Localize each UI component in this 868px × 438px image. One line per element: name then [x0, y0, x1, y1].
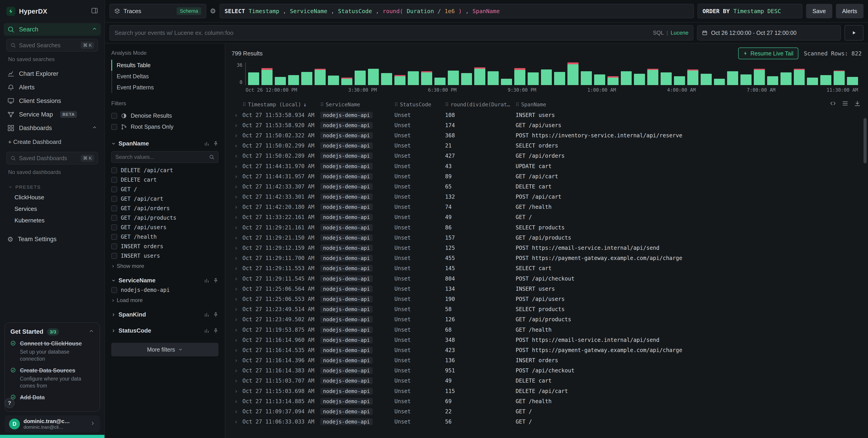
table-row[interactable]: › Oct 27 11:53:58.934 AM nodejs-demo-api… — [231, 110, 862, 120]
checkbox[interactable] — [111, 287, 117, 293]
checkbox[interactable] — [111, 177, 117, 183]
row-expand-icon[interactable]: › — [231, 367, 243, 374]
histogram-bar[interactable] — [621, 62, 632, 85]
preset-dashboard-item[interactable]: Services — [0, 203, 104, 215]
checkbox[interactable] — [111, 186, 117, 192]
create-dashboard-button[interactable]: + Create Dashboard — [0, 135, 104, 149]
histogram-bar[interactable] — [647, 62, 658, 85]
histogram-bar[interactable] — [780, 62, 792, 85]
row-expand-icon[interactable]: › — [231, 265, 243, 272]
event-search-field[interactable] — [115, 29, 649, 36]
table-row[interactable]: › Oct 27 11:06:33.033 AM nodejs-demo-api… — [231, 417, 862, 427]
analysis-mode-option[interactable]: Results Table — [111, 60, 218, 71]
histogram-bar[interactable] — [395, 62, 405, 85]
row-expand-icon[interactable]: › — [231, 347, 243, 354]
user-menu[interactable]: D dominic.tran@c… dominic.tran@cli… — [4, 415, 100, 433]
table-row[interactable]: › Oct 27 11:42:20.180 AM nodejs-demo-api… — [231, 202, 862, 212]
row-expand-icon[interactable]: › — [231, 194, 243, 200]
histogram-bar[interactable] — [661, 62, 672, 85]
mini-chart-icon[interactable] — [204, 278, 210, 283]
histogram-bar[interactable] — [687, 62, 699, 85]
row-expand-icon[interactable]: › — [231, 255, 243, 262]
chevron-up-icon[interactable] — [89, 328, 94, 335]
table-row[interactable]: › Oct 27 11:23:49.514 AM nodejs-demo-api… — [231, 304, 862, 315]
row-expand-icon[interactable]: › — [231, 142, 243, 149]
filter-group-header[interactable]: SpanKind — [111, 310, 218, 319]
checkbox[interactable] — [111, 253, 117, 259]
filter-option[interactable]: GET /api/products — [111, 213, 218, 223]
chevron-up-icon[interactable] — [92, 125, 97, 132]
saved-dashboards-input[interactable]: ⌘ K — [6, 152, 98, 165]
histogram-bar[interactable] — [740, 62, 751, 85]
histogram-bar[interactable] — [554, 62, 565, 85]
column-header-statuscode[interactable]: ⠿ StatusCode — [395, 101, 445, 108]
table-row[interactable]: › Oct 27 11:29:11.700 AM nodejs-demo-api… — [231, 253, 862, 263]
row-expand-icon[interactable]: › — [231, 163, 243, 170]
table-row[interactable]: › Oct 27 11:50:02.299 AM nodejs-demo-api… — [231, 141, 862, 151]
schema-badge[interactable]: Schema — [177, 7, 201, 15]
filter-option[interactable]: GET /api/cart — [111, 194, 218, 204]
preset-dashboard-item[interactable]: ClickHouse — [0, 192, 104, 203]
help-button[interactable]: ? — [4, 398, 14, 408]
denoise-results-toggle[interactable]: Denoise Results — [111, 110, 218, 121]
table-row[interactable]: › Oct 27 11:29:21.161 AM nodejs-demo-api… — [231, 223, 862, 233]
checkbox[interactable] — [111, 124, 117, 130]
histogram-bar[interactable] — [341, 62, 352, 85]
saved-dashboards-field[interactable] — [19, 155, 78, 162]
row-expand-icon[interactable]: › — [231, 357, 243, 364]
checkbox[interactable] — [111, 234, 117, 240]
sidebar-item-dashboards[interactable]: Dashboards — [4, 122, 101, 135]
histogram-bar[interactable] — [701, 62, 712, 85]
filter-value-search[interactable] — [111, 151, 218, 163]
table-row[interactable]: › Oct 27 11:25:06.564 AM nodejs-demo-api… — [231, 284, 862, 294]
load-more-link[interactable]: › Load more — [111, 295, 218, 303]
get-started-step[interactable]: Connect to ClickHouse Set up your databa… — [10, 340, 94, 362]
filter-option[interactable]: GET / — [111, 185, 218, 194]
row-expand-icon[interactable]: › — [231, 183, 243, 190]
filter-option[interactable]: INSERT users — [111, 251, 218, 261]
filter-option[interactable]: INSERT orders — [111, 242, 218, 251]
run-query-button[interactable] — [844, 25, 864, 40]
download-icon[interactable] — [854, 100, 861, 107]
histogram-bar[interactable] — [567, 62, 579, 85]
table-row[interactable]: › Oct 27 11:42:33.307 AM nodejs-demo-api… — [231, 181, 862, 192]
histogram-bar[interactable] — [368, 62, 379, 85]
select-clause-input[interactable]: SELECT Timestamp,ServiceName,StatusCode,… — [220, 4, 694, 18]
column-header-duration[interactable]: ⠿ round(divide(Durat… — [445, 101, 516, 108]
sidebar-item-search[interactable]: Search — [4, 23, 101, 36]
histogram-bar[interactable] — [594, 62, 605, 85]
checkbox[interactable] — [111, 196, 117, 202]
chevron-up-icon[interactable] — [92, 26, 97, 33]
row-expand-icon[interactable]: › — [231, 112, 243, 119]
filter-option[interactable]: nodejs-demo-api — [111, 285, 218, 295]
source-settings-gear-icon[interactable]: ⚙ — [210, 8, 216, 14]
filter-group-header[interactable]: SpanName — [111, 139, 218, 148]
row-expand-icon[interactable]: › — [231, 275, 243, 282]
table-row[interactable]: › Oct 27 11:44:31.970 AM nodejs-demo-api… — [231, 161, 862, 171]
histogram-bar[interactable] — [767, 62, 778, 85]
histogram-bar[interactable] — [807, 62, 818, 85]
pin-icon[interactable] — [213, 328, 218, 333]
filter-option[interactable]: GET /health — [111, 232, 218, 242]
source-select[interactable]: Traces Schema — [110, 4, 206, 18]
table-row[interactable]: › Oct 27 11:23:49.502 AM nodejs-demo-api… — [231, 315, 862, 325]
resume-live-tail-button[interactable]: Resume Live Tail — [738, 48, 798, 59]
row-expand-icon[interactable]: › — [231, 244, 243, 251]
time-range-picker[interactable]: Oct 26 12:00:00 - Oct 27 12:00:00 — [697, 25, 841, 40]
filter-value-search-field[interactable] — [115, 154, 206, 160]
filter-option[interactable]: DELETE cart — [111, 175, 218, 185]
collapse-sidebar-icon[interactable] — [91, 7, 98, 16]
histogram-bar[interactable] — [474, 62, 485, 85]
sort-desc-indicator[interactable]: ↓ — [304, 101, 307, 108]
histogram-bar[interactable] — [488, 62, 499, 85]
row-expand-icon[interactable]: › — [231, 316, 243, 323]
sidebar-item-service-map[interactable]: Service Map BETA — [4, 108, 101, 121]
histogram-bar[interactable] — [727, 62, 738, 85]
histogram-bar[interactable] — [528, 62, 539, 85]
histogram-bar[interactable] — [275, 62, 286, 85]
table-row[interactable]: › Oct 27 11:19:53.875 AM nodejs-demo-api… — [231, 325, 862, 335]
table-row[interactable]: › Oct 27 11:15:03.707 AM nodejs-demo-api… — [231, 376, 862, 386]
row-expand-icon[interactable]: › — [231, 326, 243, 333]
histogram-bar[interactable] — [421, 62, 432, 85]
histogram-bar[interactable] — [674, 62, 685, 85]
